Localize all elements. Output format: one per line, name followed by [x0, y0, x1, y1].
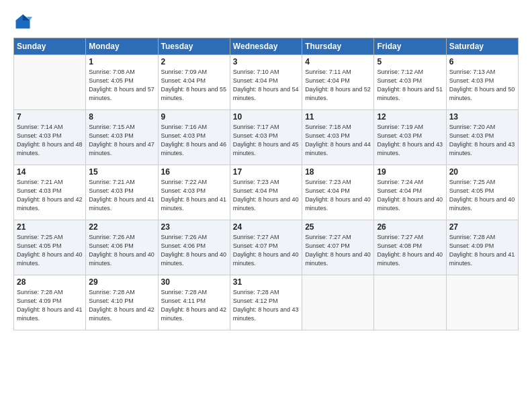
day-number: 4 — [305, 57, 371, 66]
day-info: Sunrise: 7:18 AMSunset: 4:03 PMDaylight:… — [305, 123, 371, 158]
day-cell: 9Sunrise: 7:16 AMSunset: 4:03 PMDaylight… — [158, 110, 230, 165]
day-info: Sunrise: 7:17 AMSunset: 4:03 PMDaylight:… — [233, 123, 299, 158]
week-row-4: 21Sunrise: 7:25 AMSunset: 4:05 PMDayligh… — [14, 220, 519, 275]
day-number: 30 — [161, 277, 227, 287]
day-number: 9 — [161, 112, 227, 122]
day-number: 25 — [305, 222, 371, 232]
day-cell: 8Sunrise: 7:15 AMSunset: 4:03 PMDaylight… — [86, 110, 158, 165]
col-header-tuesday: Tuesday — [158, 38, 230, 55]
day-cell: 21Sunrise: 7:25 AMSunset: 4:05 PMDayligh… — [14, 220, 86, 275]
day-cell: 2Sunrise: 7:09 AMSunset: 4:04 PMDaylight… — [158, 55, 230, 110]
day-info: Sunrise: 7:10 AMSunset: 4:04 PMDaylight:… — [233, 68, 299, 103]
day-number: 3 — [233, 57, 299, 66]
day-number: 31 — [233, 277, 299, 287]
page: SundayMondayTuesdayWednesdayThursdayFrid… — [0, 0, 532, 411]
day-number: 6 — [449, 57, 515, 66]
day-number: 29 — [89, 277, 154, 287]
header — [13, 12, 519, 31]
week-row-3: 14Sunrise: 7:21 AMSunset: 4:03 PMDayligh… — [14, 165, 519, 220]
day-info: Sunrise: 7:21 AMSunset: 4:03 PMDaylight:… — [89, 178, 154, 213]
header-row: SundayMondayTuesdayWednesdayThursdayFrid… — [14, 38, 519, 55]
day-info: Sunrise: 7:28 AMSunset: 4:09 PMDaylight:… — [17, 288, 83, 323]
day-number: 28 — [17, 277, 83, 287]
day-cell: 27Sunrise: 7:28 AMSunset: 4:09 PMDayligh… — [446, 220, 518, 275]
day-info: Sunrise: 7:24 AMSunset: 4:04 PMDaylight:… — [377, 178, 443, 213]
day-number: 8 — [89, 112, 154, 122]
day-cell: 26Sunrise: 7:27 AMSunset: 4:08 PMDayligh… — [374, 220, 446, 275]
day-cell: 15Sunrise: 7:21 AMSunset: 4:03 PMDayligh… — [86, 165, 158, 220]
week-row-5: 28Sunrise: 7:28 AMSunset: 4:09 PMDayligh… — [14, 275, 519, 330]
logo — [13, 12, 35, 31]
day-cell — [446, 275, 518, 330]
day-number: 21 — [17, 222, 83, 232]
col-header-wednesday: Wednesday — [230, 38, 302, 55]
day-info: Sunrise: 7:28 AMSunset: 4:11 PMDaylight:… — [161, 288, 227, 323]
day-info: Sunrise: 7:27 AMSunset: 4:07 PMDaylight:… — [305, 233, 371, 268]
logo-icon — [13, 12, 32, 31]
day-cell: 19Sunrise: 7:24 AMSunset: 4:04 PMDayligh… — [374, 165, 446, 220]
day-cell — [14, 55, 86, 110]
day-number: 14 — [17, 167, 83, 177]
day-number: 16 — [161, 167, 227, 177]
day-number: 13 — [449, 112, 515, 122]
day-info: Sunrise: 7:19 AMSunset: 4:03 PMDaylight:… — [377, 123, 443, 158]
day-cell: 13Sunrise: 7:20 AMSunset: 4:03 PMDayligh… — [446, 110, 518, 165]
day-info: Sunrise: 7:14 AMSunset: 4:03 PMDaylight:… — [17, 123, 83, 158]
day-info: Sunrise: 7:28 AMSunset: 4:09 PMDaylight:… — [449, 233, 515, 268]
day-info: Sunrise: 7:23 AMSunset: 4:04 PMDaylight:… — [233, 178, 299, 213]
day-number: 17 — [233, 167, 299, 177]
day-number: 2 — [161, 57, 227, 66]
day-cell: 12Sunrise: 7:19 AMSunset: 4:03 PMDayligh… — [374, 110, 446, 165]
day-cell: 3Sunrise: 7:10 AMSunset: 4:04 PMDaylight… — [230, 55, 302, 110]
day-cell: 30Sunrise: 7:28 AMSunset: 4:11 PMDayligh… — [158, 275, 230, 330]
day-info: Sunrise: 7:25 AMSunset: 4:05 PMDaylight:… — [449, 178, 515, 213]
day-info: Sunrise: 7:22 AMSunset: 4:03 PMDaylight:… — [161, 178, 227, 213]
day-cell: 29Sunrise: 7:28 AMSunset: 4:10 PMDayligh… — [86, 275, 158, 330]
col-header-friday: Friday — [374, 38, 446, 55]
col-header-saturday: Saturday — [446, 38, 518, 55]
day-info: Sunrise: 7:26 AMSunset: 4:06 PMDaylight:… — [89, 233, 154, 268]
day-info: Sunrise: 7:20 AMSunset: 4:03 PMDaylight:… — [449, 123, 515, 158]
day-cell: 18Sunrise: 7:23 AMSunset: 4:04 PMDayligh… — [302, 165, 374, 220]
day-info: Sunrise: 7:09 AMSunset: 4:04 PMDaylight:… — [161, 68, 227, 103]
col-header-sunday: Sunday — [14, 38, 86, 55]
week-row-2: 7Sunrise: 7:14 AMSunset: 4:03 PMDaylight… — [14, 110, 519, 165]
day-number: 27 — [449, 222, 515, 232]
day-cell: 5Sunrise: 7:12 AMSunset: 4:03 PMDaylight… — [374, 55, 446, 110]
day-number: 18 — [305, 167, 371, 177]
day-cell: 7Sunrise: 7:14 AMSunset: 4:03 PMDaylight… — [14, 110, 86, 165]
day-number: 11 — [305, 112, 371, 122]
week-row-1: 1Sunrise: 7:08 AMSunset: 4:05 PMDaylight… — [14, 55, 519, 110]
day-cell: 17Sunrise: 7:23 AMSunset: 4:04 PMDayligh… — [230, 165, 302, 220]
day-info: Sunrise: 7:26 AMSunset: 4:06 PMDaylight:… — [161, 233, 227, 268]
day-info: Sunrise: 7:27 AMSunset: 4:07 PMDaylight:… — [233, 233, 299, 268]
day-cell: 20Sunrise: 7:25 AMSunset: 4:05 PMDayligh… — [446, 165, 518, 220]
day-cell — [374, 275, 446, 330]
col-header-monday: Monday — [86, 38, 158, 55]
day-info: Sunrise: 7:15 AMSunset: 4:03 PMDaylight:… — [89, 123, 154, 158]
day-info: Sunrise: 7:28 AMSunset: 4:10 PMDaylight:… — [89, 288, 154, 323]
day-info: Sunrise: 7:13 AMSunset: 4:03 PMDaylight:… — [449, 68, 515, 103]
day-cell: 22Sunrise: 7:26 AMSunset: 4:06 PMDayligh… — [86, 220, 158, 275]
day-number: 1 — [89, 57, 154, 66]
day-info: Sunrise: 7:25 AMSunset: 4:05 PMDaylight:… — [17, 233, 83, 268]
day-info: Sunrise: 7:08 AMSunset: 4:05 PMDaylight:… — [89, 68, 154, 103]
day-cell: 28Sunrise: 7:28 AMSunset: 4:09 PMDayligh… — [14, 275, 86, 330]
day-cell: 24Sunrise: 7:27 AMSunset: 4:07 PMDayligh… — [230, 220, 302, 275]
day-number: 10 — [233, 112, 299, 122]
day-cell — [302, 275, 374, 330]
day-info: Sunrise: 7:27 AMSunset: 4:08 PMDaylight:… — [377, 233, 443, 268]
day-info: Sunrise: 7:28 AMSunset: 4:12 PMDaylight:… — [233, 288, 299, 323]
day-number: 12 — [377, 112, 443, 122]
day-cell: 16Sunrise: 7:22 AMSunset: 4:03 PMDayligh… — [158, 165, 230, 220]
day-cell: 25Sunrise: 7:27 AMSunset: 4:07 PMDayligh… — [302, 220, 374, 275]
day-number: 23 — [161, 222, 227, 232]
day-number: 15 — [89, 167, 154, 177]
day-cell: 23Sunrise: 7:26 AMSunset: 4:06 PMDayligh… — [158, 220, 230, 275]
day-info: Sunrise: 7:11 AMSunset: 4:04 PMDaylight:… — [305, 68, 371, 103]
day-number: 5 — [377, 57, 443, 66]
col-header-thursday: Thursday — [302, 38, 374, 55]
day-number: 26 — [377, 222, 443, 232]
day-info: Sunrise: 7:16 AMSunset: 4:03 PMDaylight:… — [161, 123, 227, 158]
calendar: SundayMondayTuesdayWednesdayThursdayFrid… — [13, 38, 519, 330]
